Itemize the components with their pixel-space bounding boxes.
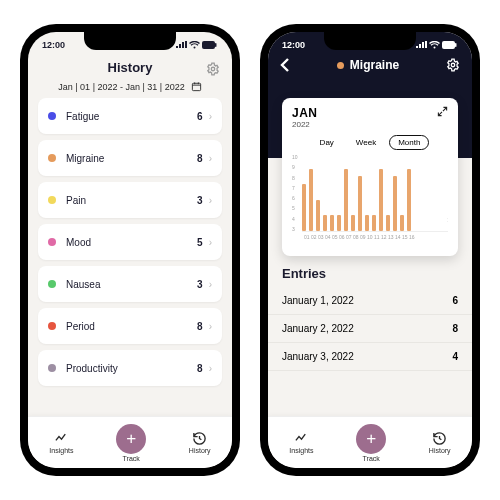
insights-icon [294,431,309,446]
detail-title-text: Migraine [350,58,399,72]
entries-list: January 1, 20226January 2, 20228January … [268,287,472,371]
bar-12 [379,169,383,231]
tab-track[interactable]: + Track [356,424,386,462]
svg-rect-0 [202,41,215,49]
plus-icon: + [116,424,146,454]
chevron-right-icon: › [209,279,212,290]
category-dot-icon [48,238,56,246]
entries-title: Entries [268,266,472,287]
entry-value: 4 [452,351,458,362]
history-row-fatigue[interactable]: Fatigue6› [38,98,222,134]
row-label: Productivity [66,363,197,374]
bar-09 [358,176,362,231]
history-row-migraine[interactable]: Migraine8› [38,140,222,176]
segment-month[interactable]: Month [389,135,429,150]
history-icon [192,431,207,446]
svg-point-2 [211,67,215,71]
battery-icon [202,41,218,49]
tab-history[interactable]: History [429,431,451,454]
category-dot-icon [48,154,56,162]
row-value: 8 [197,153,203,164]
chart-card: JAN 2022 Day Week Month 109876543 › [282,98,458,256]
chevron-right-icon: › [209,237,212,248]
notch [324,32,416,50]
status-time: 12:00 [42,40,65,50]
history-row-productivity[interactable]: Productivity8› [38,350,222,386]
detail-title: Migraine [337,58,399,72]
back-button[interactable] [280,58,290,72]
status-right [416,41,458,49]
svg-rect-1 [215,43,217,47]
entry-date: January 2, 2022 [282,323,354,334]
notch [84,32,176,50]
date-range[interactable]: Jan | 01 | 2022 - Jan | 31 | 2022 [28,79,232,98]
entry-row[interactable]: January 2, 20228 [268,315,472,343]
tab-track[interactable]: + Track [116,424,146,462]
calendar-icon [191,81,202,92]
chevron-right-icon: › [209,111,212,122]
battery-icon [442,41,458,49]
bar-11 [372,215,376,231]
x-axis-labels: 01020304050607080910111213141516 [292,234,448,240]
tab-history[interactable]: History [189,431,211,454]
tab-insights[interactable]: Insights [289,431,313,454]
bar-chart: 109876543 › [292,154,448,232]
bar-06 [337,215,341,231]
history-row-nausea[interactable]: Nausea3› [38,266,222,302]
category-dot-icon [48,364,56,372]
tab-track-label: Track [363,455,380,462]
segment-day[interactable]: Day [311,135,343,150]
bar-01 [302,184,306,231]
insights-icon [54,431,69,446]
row-label: Migraine [66,153,197,164]
bar-07 [344,169,348,231]
bar-02 [309,169,313,231]
chart-year: 2022 [292,120,318,129]
status-right [176,41,218,49]
history-row-pain[interactable]: Pain3› [38,182,222,218]
row-label: Period [66,321,197,332]
tab-bar: Insights + Track History [268,416,472,468]
entry-row[interactable]: January 1, 20226 [268,287,472,315]
settings-button[interactable] [446,58,460,72]
row-value: 6 [197,111,203,122]
page-title: History [108,60,153,75]
tab-history-label: History [189,447,211,454]
expand-button[interactable] [437,106,448,129]
entry-value: 8 [452,323,458,334]
category-dot-icon [48,322,56,330]
history-list: Fatigue6›Migraine8›Pain3›Mood5›Nausea3›P… [28,98,232,416]
segment-week[interactable]: Week [347,135,385,150]
chevron-right-icon: › [209,363,212,374]
row-label: Nausea [66,279,197,290]
signal-icon [176,41,187,49]
chart-next-button[interactable]: › [447,215,448,225]
bar-14 [393,176,397,231]
history-row-period[interactable]: Period8› [38,308,222,344]
history-row-mood[interactable]: Mood5› [38,224,222,260]
wifi-icon [189,41,200,49]
entry-row[interactable]: January 3, 20224 [268,343,472,371]
row-label: Mood [66,237,197,248]
entry-date: January 3, 2022 [282,351,354,362]
chart-bars: › [302,154,448,232]
row-value: 3 [197,279,203,290]
entry-value: 6 [452,295,458,306]
category-dot-icon [337,62,344,69]
bar-10 [365,215,369,231]
tab-insights[interactable]: Insights [49,431,73,454]
svg-rect-5 [455,43,457,47]
bar-13 [386,215,390,231]
gear-icon [446,58,460,72]
svg-rect-3 [192,83,200,90]
detail-phone: 12:00 Migraine [260,24,480,476]
row-label: Fatigue [66,111,197,122]
chart-month: JAN [292,106,318,120]
settings-button[interactable] [206,62,220,76]
entry-date: January 1, 2022 [282,295,354,306]
row-value: 8 [197,363,203,374]
row-value: 5 [197,237,203,248]
bar-04 [323,215,327,231]
chevron-left-icon [280,58,290,72]
status-time: 12:00 [282,40,305,50]
